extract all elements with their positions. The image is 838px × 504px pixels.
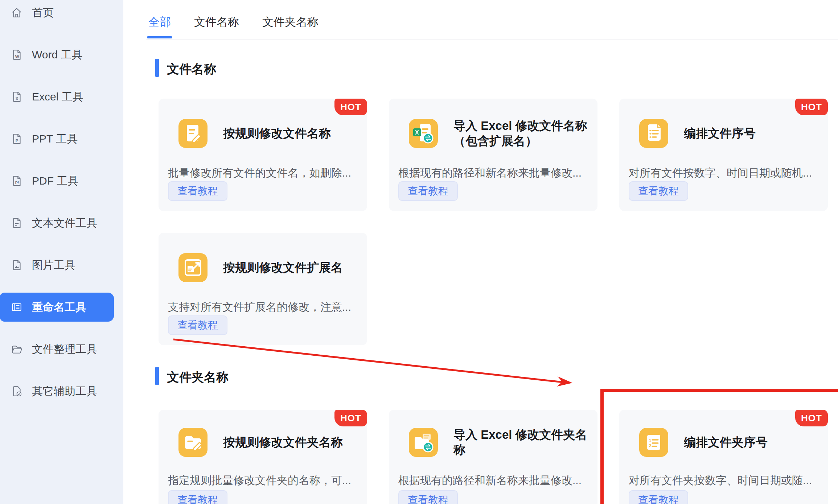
card-title: 按规则修改文件夹名称 — [223, 428, 361, 457]
svg-text:P: P — [16, 138, 19, 143]
hot-badge: HOT — [334, 99, 367, 115]
sidebar-item-label: 图片工具 — [32, 258, 75, 273]
tab-file-name[interactable]: 文件名称 — [194, 15, 239, 30]
sidebar-item-word-tools[interactable]: W Word 工具 — [0, 40, 123, 69]
sidebar-item-label: 重命名工具 — [32, 300, 86, 315]
doc-numbered-list-icon — [639, 119, 668, 148]
view-tutorial-button[interactable]: 查看教程 — [168, 490, 227, 504]
tool-card-number-files[interactable]: HOT 编排文件序号 对所有文件按数字、时间日期或随机... 查看教程 — [619, 99, 828, 211]
card-title: 编排文件序号 — [684, 119, 822, 148]
folder-icon — [11, 343, 22, 355]
word-file-icon: W — [11, 49, 22, 61]
tab-all[interactable]: 全部 — [148, 15, 171, 30]
doc-edit-icon — [178, 119, 208, 148]
sidebar-item-ppt-tools[interactable]: P PPT 工具 — [0, 124, 123, 153]
card-title: 导入 Excel 修改文件名称（包含扩展名） — [453, 119, 591, 148]
card-description: 对所有文件夹按数字、时间日期或随... — [629, 473, 812, 488]
other-tools-icon — [11, 385, 22, 397]
excel-file-icon: X — [11, 91, 22, 103]
tool-card-excel-rename-files[interactable]: X 导入 Excel 修改文件名称（包含扩展名） 根据现有的路径和新名称来批量修… — [389, 99, 597, 211]
svg-text:P!: P! — [15, 181, 19, 185]
folder-excel-swap-icon — [409, 428, 438, 457]
sidebar-item-rename-tools[interactable]: 重命名工具 — [0, 293, 114, 322]
svg-text:W: W — [15, 54, 20, 59]
sidebar-item-file-organize-tools[interactable]: 文件整理工具 — [0, 335, 123, 364]
sidebar-item-label: 首页 — [32, 5, 54, 20]
rename-list-icon — [11, 301, 22, 313]
tool-card-rename-files-by-rule[interactable]: HOT 按规则修改文件名称 批量修改所有文件的文件名，如删除... 查看教程 — [159, 99, 367, 211]
tool-card-rename-folders-by-rule[interactable]: HOT 按规则修改文件夹名称 指定规则批量修改文件夹的名称，可... 查看教程 — [159, 410, 367, 504]
view-tutorial-button[interactable]: 查看教程 — [168, 181, 227, 201]
card-title: 导入 Excel 修改文件夹名称 — [453, 428, 591, 457]
doc-excel-swap-icon: X — [409, 119, 438, 148]
card-description: 根据现有的路径和新名称来批量修改... — [398, 166, 582, 181]
sidebar-item-label: 其它辅助工具 — [32, 384, 97, 399]
card-title: 按规则修改文件名称 — [223, 119, 361, 148]
card-description: 对所有文件按数字、时间日期或随机... — [629, 166, 812, 181]
svg-text:1: 1 — [649, 438, 651, 443]
view-tutorial-button[interactable]: 查看教程 — [168, 315, 227, 335]
section-title-folder-name: 文件夹名称 — [167, 369, 229, 386]
folder-edit-icon — [178, 428, 208, 457]
filter-tabs: 全部 文件名称 文件夹名称 — [148, 15, 319, 30]
svg-text:X: X — [16, 96, 19, 101]
sidebar-item-pdf-tools[interactable]: P! PDF 工具 — [0, 166, 123, 195]
ppt-file-icon: P — [11, 133, 22, 145]
card-title: 按规则修改文件扩展名 — [223, 253, 361, 282]
hot-badge: HOT — [795, 99, 828, 115]
sidebar-item-label: 文件整理工具 — [32, 342, 97, 357]
pdf-file-icon: P! — [11, 175, 22, 187]
svg-text:X: X — [415, 129, 419, 136]
view-tutorial-button[interactable]: 查看教程 — [398, 181, 458, 201]
card-description: 根据现有的路径和新名称来批量修改... — [398, 473, 582, 488]
hot-badge: HOT — [334, 410, 367, 426]
active-tab-underline — [147, 36, 172, 38]
sidebar-item-label: Excel 工具 — [32, 90, 83, 104]
tabs-divider — [146, 39, 838, 40]
view-tutorial-button[interactable]: 查看教程 — [398, 490, 458, 504]
sidebar-item-text-file-tools[interactable]: 文本文件工具 — [0, 208, 123, 237]
hot-badge: HOT — [795, 410, 828, 426]
svg-text:2: 2 — [649, 443, 651, 448]
sidebar-item-label: PDF 工具 — [32, 174, 78, 189]
view-tutorial-button[interactable]: 查看教程 — [629, 490, 688, 504]
sidebar-item-home[interactable]: 首页 — [0, 0, 123, 27]
sidebar: 首页 W Word 工具 X Excel 工具 P PPT 工具 P! PDF … — [0, 0, 123, 504]
text-file-icon — [11, 217, 22, 229]
section-accent-bar — [155, 367, 159, 385]
doc-extension-icon — [178, 253, 208, 282]
home-icon — [11, 7, 22, 18]
card-description: 批量修改所有文件的文件名，如删除... — [168, 166, 351, 181]
section-accent-bar — [155, 59, 159, 77]
sidebar-item-excel-tools[interactable]: X Excel 工具 — [0, 82, 123, 111]
sidebar-item-other-tools[interactable]: 其它辅助工具 — [0, 377, 123, 406]
tool-card-excel-rename-folders[interactable]: 导入 Excel 修改文件夹名称 根据现有的路径和新名称来批量修改... 查看教… — [389, 410, 597, 504]
card-description: 指定规则批量修改文件夹的名称，可... — [168, 473, 351, 488]
sidebar-item-label: PPT 工具 — [32, 132, 78, 146]
folder-numbered-list-icon: 1 2 — [639, 428, 668, 457]
view-tutorial-button[interactable]: 查看教程 — [629, 181, 688, 201]
tool-card-number-folders[interactable]: HOT 1 2 编排文件夹序号 对所有文件夹按数字、时间日期或随... 查看教程 — [619, 410, 828, 504]
tab-folder-name[interactable]: 文件夹名称 — [262, 15, 319, 30]
tool-card-change-file-extension[interactable]: 按规则修改文件扩展名 支持对所有文件扩展名的修改，注意... 查看教程 — [159, 233, 367, 345]
sidebar-item-label: 文本文件工具 — [32, 216, 97, 231]
section-title-file-name: 文件名称 — [167, 61, 216, 78]
image-file-icon — [11, 259, 22, 271]
card-description: 支持对所有文件扩展名的修改，注意... — [168, 300, 351, 315]
sidebar-item-image-tools[interactable]: 图片工具 — [0, 251, 123, 280]
card-title: 编排文件夹序号 — [684, 428, 822, 457]
sidebar-item-label: Word 工具 — [32, 47, 82, 62]
